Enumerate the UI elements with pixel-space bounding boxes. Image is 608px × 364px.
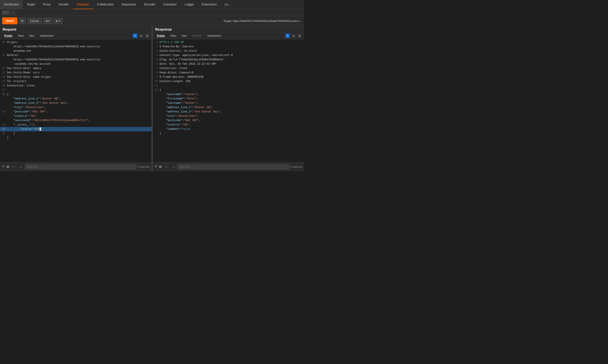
- nav-collaborator[interactable]: Collaborator: [93, 0, 118, 9]
- main-panels: Request Pretty Raw Hex Hackvertor ≡ \n ☰…: [0, 26, 304, 171]
- code-line: 2 X-Powered-By: Express: [153, 44, 304, 49]
- code-line: 16 Connection: close: [0, 84, 152, 88]
- request-search-fwd[interactable]: →: [18, 165, 24, 169]
- response-pretty-icon[interactable]: ≡: [285, 33, 290, 38]
- nav-logger[interactable]: Logger: [181, 0, 198, 9]
- code-line: "firstname":"Peter",: [153, 97, 304, 101]
- code-line: }: [153, 131, 304, 136]
- code-line: "postcode":"BU1 1RP",: [153, 118, 304, 123]
- response-tab-hackvertor[interactable]: Hackvertor: [205, 33, 224, 38]
- request-tab-hackvertor[interactable]: Hackvertor: [37, 33, 56, 38]
- nav-extensions[interactable]: Extensions: [198, 0, 221, 9]
- code-line: 12 Sec-Fetch-Dest: empty: [0, 66, 152, 71]
- code-line: 9 X-Frame-Options: SAMEORIGIN: [153, 75, 304, 79]
- nav-decoder[interactable]: Decoder: [140, 0, 159, 9]
- code-line: "country":"UK",: [153, 123, 304, 127]
- nav-dashboard[interactable]: Dashboard: [0, 0, 23, 9]
- code-line: "address_line_2":"One Wiener Way",: [153, 110, 304, 114]
- request-matches: 0 matches: [138, 165, 150, 169]
- code-line: academy.net: [0, 49, 152, 53]
- response-newline-icon[interactable]: \n: [291, 34, 296, 38]
- code-line: 20 "__proto__":{: [0, 123, 152, 127]
- response-search-input[interactable]: [177, 164, 289, 169]
- code-line: "lastname":"Wiener",: [153, 101, 304, 105]
- code-line: 7 Connection: close: [153, 66, 304, 71]
- nav-sequencer[interactable]: Sequencer: [118, 0, 140, 9]
- nav-target[interactable]: Target: [23, 0, 39, 9]
- response-sub-tabs: Pretty Raw Hex Render Hackvertor ≡ \n ☰: [153, 32, 304, 39]
- response-code-area: 1 HTTP/1.1 200 OK 2 X-Powered-By: Expres…: [153, 39, 304, 162]
- code-line: 18 {: [0, 92, 152, 97]
- response-search-fwd[interactable]: →: [171, 165, 176, 169]
- request-search-bar: ? ⚙ ← → 0 matches: [0, 162, 152, 171]
- response-panel-title: Response: [153, 26, 304, 32]
- code-line: 4 Content-Type: application/json; charse…: [153, 53, 304, 58]
- request-settings-icon[interactable]: ⚙: [6, 164, 10, 169]
- nav-comparer[interactable]: Comparer: [159, 0, 181, 9]
- request-pretty-icon[interactable]: ≡: [133, 33, 137, 38]
- response-matches: 0 matches: [290, 165, 302, 169]
- response-settings-icon[interactable]: ⚙: [158, 164, 162, 169]
- request-code-area: 10 Origin: https://0ab500c70449a832c2a54…: [0, 39, 152, 162]
- code-line: 5 ETag: W/"c4-TfXGwv5mIdwjvh6GKeI0oBDdk4…: [153, 58, 304, 62]
- code-line: 11: [153, 84, 304, 88]
- tab-bar: 1 × +: [0, 9, 304, 16]
- repeater-tab-1[interactable]: 1 ×: [2, 10, 10, 15]
- response-tab-hex[interactable]: Hex: [179, 33, 189, 38]
- code-line: "country":"UK",: [0, 114, 152, 118]
- tab-label: 1: [4, 11, 5, 14]
- code-line: https://0ab500c70449a832c2a54eb700840018…: [0, 58, 152, 62]
- response-help-icon[interactable]: ?: [154, 165, 157, 169]
- code-line: 8 Keep-Alive: timeout=5: [153, 71, 304, 75]
- code-line: "isAdmin":false: [153, 127, 304, 131]
- code-line: "sessionId":"00C1tHDKoY17MVhl3UjEwcm0BRX…: [0, 118, 152, 123]
- request-help-icon[interactable]: ?: [2, 165, 5, 169]
- request-sub-tabs: Pretty Raw Hex Hackvertor ≡ \n ☰: [0, 32, 152, 39]
- nav-more[interactable]: Le...: [221, 0, 234, 9]
- nav-intruder[interactable]: Intruder: [54, 0, 73, 9]
- code-line: 17: [0, 88, 152, 92]
- send-button[interactable]: Send: [2, 17, 17, 24]
- cancel-button[interactable]: Cancel: [27, 18, 41, 24]
- code-line: "city":"Wienertown",: [0, 105, 152, 110]
- code-line: 14 Sec-Fetch-Site: same-origin: [0, 75, 152, 79]
- tab-add-button[interactable]: +: [11, 10, 16, 15]
- code-line: "address_line_2":"One Wiener Way",: [0, 101, 152, 105]
- request-tab-pretty[interactable]: Pretty: [2, 33, 15, 38]
- response-tab-pretty[interactable]: Pretty: [154, 33, 168, 38]
- code-line-highlighted: 21 "status":555: [0, 127, 152, 131]
- request-newline-icon[interactable]: \n: [139, 34, 144, 38]
- nav-repeater[interactable]: Repeater: [73, 0, 93, 9]
- code-line: 15 Te: trailers: [0, 79, 152, 84]
- tab-close-icon[interactable]: ×: [7, 11, 8, 14]
- forward-button[interactable]: ►▼: [53, 18, 63, 24]
- code-line: "address_line_1":"Wiener HQ",: [153, 105, 304, 110]
- request-search-input[interactable]: [25, 164, 136, 169]
- request-search-back[interactable]: ←: [11, 165, 17, 169]
- back-button[interactable]: ◄▼: [43, 18, 52, 24]
- code-line: 3 Cache-Control: no-store: [153, 49, 304, 53]
- response-panel: Response Pretty Raw Hex Render Hackverto…: [153, 26, 304, 171]
- code-line: 10 Origin:: [0, 40, 152, 44]
- request-tab-hex[interactable]: Hex: [27, 33, 37, 38]
- response-menu-icon[interactable]: ☰: [297, 34, 302, 38]
- code-line: "address_line_1":"Wiener HQ",: [0, 97, 152, 101]
- code-line: 1 HTTP/1.1 200 OK: [153, 40, 304, 44]
- gear-button[interactable]: ⚙: [19, 18, 26, 24]
- response-tab-raw[interactable]: Raw: [168, 33, 179, 38]
- code-line: https://0ab500c70449a832c2a54eb700840018…: [0, 44, 152, 49]
- request-menu-icon[interactable]: ☰: [145, 34, 150, 38]
- response-search-back[interactable]: ←: [163, 165, 169, 169]
- code-line: -academy.net/my-account: [0, 62, 152, 66]
- response-tab-render[interactable]: Render: [190, 33, 205, 38]
- request-panel-title: Request: [0, 26, 152, 32]
- code-line: 6 Date: Sun, 26 Feb 2023 22:22:02 GMT: [153, 62, 304, 66]
- request-tab-raw[interactable]: Raw: [15, 33, 26, 38]
- code-line: 11 Referer:: [0, 53, 152, 58]
- code-line: }: [0, 136, 152, 140]
- nav-proxy[interactable]: Proxy: [39, 0, 54, 9]
- code-line: 19 "postcode":"BU1 1RP",: [0, 110, 152, 114]
- response-search-bar: ? ⚙ ← → 0 matches: [153, 162, 304, 171]
- request-panel: Request Pretty Raw Hex Hackvertor ≡ \n ☰…: [0, 26, 152, 171]
- toolbar: Send ⚙ Cancel ◄▼ ►▼ Target: https://0ab5…: [0, 16, 304, 26]
